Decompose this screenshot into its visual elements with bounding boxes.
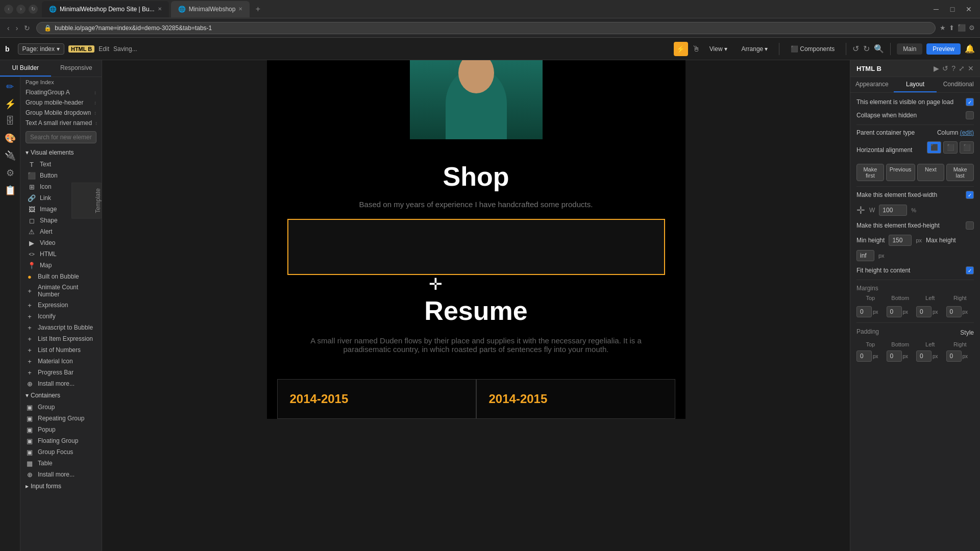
container-floating-group[interactable]: ▣ Floating Group [20,435,102,446]
browser-tab-1[interactable]: 🌐 MinimalWebshop Demo Site | Bu... ✕ [42,1,169,17]
progress-bar-item[interactable]: + Progress Bar [20,367,102,378]
canvas-scroll[interactable]: Shop Based on my years of experience I h… [102,60,850,551]
visual-elements-header[interactable]: ▾ Visual elements [20,146,102,159]
container-group-focus[interactable]: ▣ Group Focus [20,446,102,458]
align-left-btn[interactable]: ⬛ [927,141,941,154]
settings-icon[interactable]: ⚙ [969,24,975,32]
tab-appearance[interactable]: Appearance [850,77,894,92]
align-right-btn[interactable]: ⬛ [960,141,974,154]
play-icon[interactable]: ▶ [934,64,939,72]
undo-icon[interactable]: ↺ [852,44,859,54]
collapse-toggle[interactable] [966,111,974,119]
notifications-icon[interactable]: 🔔 [965,44,975,54]
containers-header[interactable]: ▾ Containers [20,389,102,402]
search-elements-input[interactable] [26,131,96,143]
container-table[interactable]: ▦ Table [20,458,102,469]
arrange-button[interactable]: Arrange ▾ [737,43,773,55]
make-first-btn[interactable]: Make first [856,164,884,181]
yellow-bolt-icon[interactable]: ⚡ [674,42,688,56]
view-button[interactable]: View ▾ [704,43,732,55]
refresh-panel-icon[interactable]: ↺ [942,64,948,72]
fixed-height-toggle[interactable] [966,221,974,230]
visible-toggle[interactable]: ✓ [966,98,974,106]
elem-text[interactable]: T Text [22,159,102,170]
padding-right-input[interactable] [946,350,962,362]
tree-item-floating[interactable]: FloatingGroup A ↕ [20,87,102,97]
built-on-bubble-item[interactable]: ● Built on Bubble [20,271,102,282]
tab2-close[interactable]: ✕ [238,6,242,12]
elem-alert[interactable]: ⚠ Alert [22,226,102,237]
cursor-icon[interactable]: 🖱 [692,44,700,54]
padding-left-input[interactable] [916,350,932,362]
tree-item-mobile-dropdown[interactable]: Group Mobile dropdown ↕ [20,108,102,118]
tab-responsive[interactable]: Responsive [51,60,102,77]
container-repeating-group[interactable]: ▣ Repeating Group [20,413,102,424]
width-input[interactable]: 100 [879,205,907,216]
nav-forward[interactable]: › [14,23,20,33]
close-btn[interactable]: ✕ [962,2,976,16]
tree-item-text[interactable]: Text A small river named ↕ [20,118,102,128]
drag-handle-icon[interactable]: ✛ [856,204,865,216]
tree-item-mobile-header[interactable]: Group mobile-header ↕ [20,97,102,108]
js-to-bubble-item[interactable]: + Javascript to Bubble [20,322,102,333]
expand-icon[interactable]: ⤢ [959,64,965,72]
tab1-close[interactable]: ✕ [158,6,162,12]
margin-bottom-input[interactable] [887,306,902,317]
help-icon[interactable]: ? [951,64,955,72]
workflow-icon[interactable]: ⚡ [5,98,16,110]
settings-side-icon[interactable]: ⚙ [6,167,14,179]
logs-icon[interactable]: 📋 [5,185,16,196]
container-popup[interactable]: ▣ Popup [20,424,102,435]
search-toolbar-icon[interactable]: 🔍 [874,44,884,54]
nav-back[interactable]: ‹ [5,23,12,33]
padding-bottom-input[interactable] [887,350,902,362]
min-height-input[interactable]: 150 [889,235,912,246]
share-icon[interactable]: ⬆ [949,24,954,32]
fit-height-toggle[interactable]: ✓ [966,266,974,274]
install-more-2-item[interactable]: ⊕ Install more... [20,469,102,480]
expression-item[interactable]: + Expression [20,299,102,311]
margin-left-input[interactable] [916,306,932,317]
close-panel-icon[interactable]: ✕ [968,64,974,72]
url-bar[interactable]: 🔒 bubble.io/page?name=index&id=demo-3028… [36,22,936,34]
minimize-btn[interactable]: ─ [929,2,943,16]
previous-btn[interactable]: Previous [886,164,915,181]
list-of-numbers-item[interactable]: + List of Numbers [20,344,102,356]
padding-top-input[interactable] [856,350,872,362]
iconify-item[interactable]: + Iconify [20,311,102,322]
next-btn[interactable]: Next [917,164,945,181]
material-icon-item[interactable]: + Material Icon [20,356,102,367]
browser-tab-2[interactable]: 🌐 MinimalWebshop ✕ [171,1,250,17]
margin-right-input[interactable] [946,306,962,317]
align-center-btn[interactable]: ⬛ [943,141,958,154]
star-icon[interactable]: ★ [940,24,946,32]
animate-count-item[interactable]: + Animate Count Number [20,282,102,299]
plugins-icon[interactable]: 🔌 [5,150,16,161]
preview-button[interactable]: Preview [926,43,961,55]
back-btn[interactable]: ‹ [4,5,13,14]
elem-html[interactable]: <> HTML [22,248,102,260]
elem-button[interactable]: ⬛ Button [22,170,102,181]
container-group[interactable]: ▣ Group [20,402,102,413]
input-forms-header[interactable]: ▸ Input forms [20,480,102,492]
design-icon[interactable]: ✏ [6,81,14,92]
install-more-1-item[interactable]: ⊕ Install more... [20,378,102,389]
page-selector[interactable]: Page: index ▾ [18,43,64,55]
refresh-btn[interactable]: ↻ [29,5,38,14]
max-height-input[interactable]: inf [856,250,874,261]
template-vertical-tab[interactable]: Template [71,183,102,219]
list-item-expression-item[interactable]: + List Item Expression [20,333,102,344]
elem-map[interactable]: 📍 Map [22,260,102,271]
elem-video[interactable]: ▶ Video [22,237,102,248]
maximize-btn[interactable]: □ [945,2,960,16]
margin-top-input[interactable] [856,306,872,317]
parent-container-edit[interactable]: (edit) [960,129,974,136]
components-button[interactable]: ⬛ Components [786,43,840,55]
main-button[interactable]: Main [897,43,922,55]
new-tab-button[interactable]: + [252,3,264,15]
data-icon[interactable]: 🗄 [6,116,15,127]
fixed-width-toggle[interactable]: ✓ [966,191,974,199]
canvas-area[interactable]: Shop Based on my years of experience I h… [102,60,850,551]
styles-icon[interactable]: 🎨 [5,133,16,144]
forward-btn[interactable]: › [16,5,26,14]
